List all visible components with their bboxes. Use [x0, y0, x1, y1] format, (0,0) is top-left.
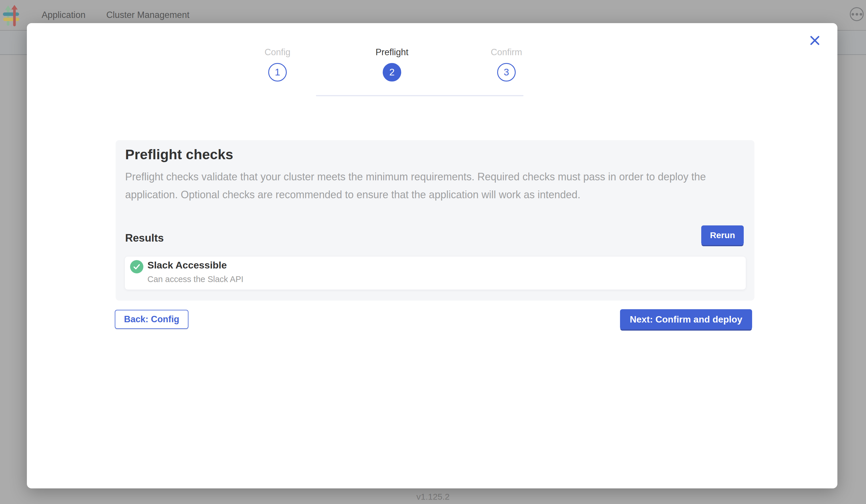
check-title: Slack Accessible	[147, 259, 227, 271]
kots-logo-icon	[3, 5, 21, 27]
step-confirm-label: Confirm	[472, 47, 541, 58]
deploy-wizard-modal: Config 1 Preflight 2 Confirm 3 Preflight…	[27, 23, 837, 489]
step-config-label: Config	[243, 47, 312, 58]
close-icon[interactable]	[809, 35, 821, 46]
check-circle-icon	[130, 260, 143, 273]
step-preflight-number[interactable]: 2	[383, 63, 401, 81]
step-preflight[interactable]: Preflight 2	[357, 47, 426, 81]
preflight-title: Preflight checks	[125, 146, 233, 163]
step-preflight-label: Preflight	[357, 47, 426, 58]
app-screen: Application Cluster Management v1.125.2 …	[0, 0, 866, 504]
nav-tab-cluster-management[interactable]: Cluster Management	[107, 10, 190, 20]
app-version-label: v1.125.2	[0, 492, 866, 502]
back-config-button[interactable]: Back: Config	[115, 310, 188, 329]
step-config-number[interactable]: 1	[268, 63, 287, 81]
nav-tab-application[interactable]: Application	[42, 10, 86, 20]
ellipsis-menu-icon[interactable]	[850, 7, 864, 21]
results-heading: Results	[125, 232, 164, 244]
preflight-panel: Preflight checks Preflight checks valida…	[115, 140, 754, 301]
stepper-connector-line	[316, 95, 523, 96]
preflight-description: Preflight checks validate that your clus…	[125, 168, 726, 204]
check-detail: Can access the Slack API	[147, 275, 243, 284]
preflight-check-row: Slack Accessible Can access the Slack AP…	[125, 257, 746, 290]
rerun-button[interactable]: Rerun	[701, 225, 744, 245]
step-config[interactable]: Config 1	[243, 47, 312, 81]
step-confirm-number[interactable]: 3	[497, 63, 516, 81]
next-confirm-deploy-button[interactable]: Next: Confirm and deploy	[620, 309, 752, 329]
step-confirm[interactable]: Confirm 3	[472, 47, 541, 81]
